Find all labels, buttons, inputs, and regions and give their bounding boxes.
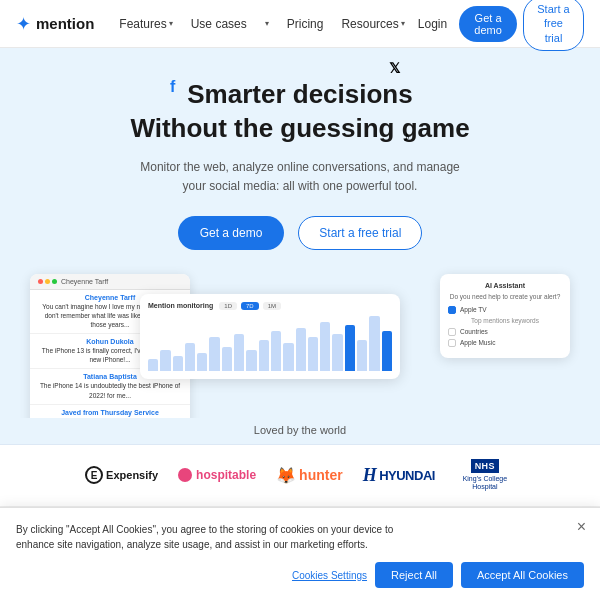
cookie-banner: × By clicking "Accept All Cookies", you … [0, 507, 600, 600]
chevron-down-icon: ▾ [169, 19, 173, 28]
chart-bar [173, 356, 183, 371]
assistant-title: AI Assistant [448, 282, 562, 289]
chart-bar [332, 334, 342, 371]
tiktok-icon: ♪ [403, 128, 410, 144]
chart-bar [234, 334, 244, 371]
cookie-settings-link[interactable]: Cookies Settings [292, 570, 367, 581]
chart-bar [271, 331, 281, 371]
chart-title: Mention monitoring [148, 302, 213, 309]
chart-bar [197, 353, 207, 371]
window-dots [38, 279, 57, 284]
chart-tab-1d[interactable]: 1D [219, 302, 237, 310]
hero-title: Smarter decisions Without the guessing g… [20, 78, 580, 146]
nav-actions: Login Get a demo Start a free trial [412, 0, 584, 51]
expand-dot [52, 279, 57, 284]
assistant-mockup: AI Assistant Do you need help to create … [440, 274, 570, 358]
chevron-down-icon: ▾ [265, 19, 269, 28]
cookie-close-button[interactable]: × [577, 518, 586, 536]
hero-subtitle: Monitor the web, analyze online conversa… [140, 158, 460, 196]
logo-text: mention [36, 15, 94, 32]
brand-expensify: E Expensify [85, 466, 158, 484]
assistant-subtitle: Do you need help to create your alert? [448, 293, 562, 300]
top-mentions-label: Top mentions keywords [448, 317, 562, 324]
nav-resources[interactable]: Resources ▾ [334, 13, 411, 35]
chart-tab-1m[interactable]: 1M [263, 302, 281, 310]
chart-bar [160, 350, 170, 371]
hero-demo-button[interactable]: Get a demo [178, 216, 285, 250]
assist-item-3: Apple Music [448, 339, 562, 347]
chart-bar [296, 328, 306, 371]
chat-header: Cheyenne Tarff [30, 274, 190, 290]
chart-bar [185, 343, 195, 371]
brand-hunter: 🦊 hunter [276, 466, 343, 485]
chart-bar [345, 325, 355, 371]
chart-bar [308, 337, 318, 371]
chart-bar [382, 331, 392, 371]
chart-mockup: Mention monitoring 1D 7D 1M [140, 294, 400, 379]
nav-dropdown[interactable]: ▾ [258, 15, 276, 32]
nhs-logo-icon: NHS [471, 459, 500, 473]
facebook-icon: f [170, 78, 175, 96]
nav-pricing[interactable]: Pricing [280, 13, 331, 35]
login-link[interactable]: Login [412, 13, 453, 35]
start-trial-button[interactable]: Start a free trial [523, 0, 584, 51]
chart-bar [209, 337, 219, 371]
nav-links: Features ▾ Use cases ▾ Pricing Resources… [112, 13, 411, 35]
chart-bar [246, 350, 256, 371]
hero-section: 𝕏 f ♪ Smarter decisions Without the gues… [0, 48, 600, 418]
navigation: ✦ mention Features ▾ Use cases ▾ Pricing… [0, 0, 600, 48]
close-dot [38, 279, 43, 284]
chart-bar [357, 340, 367, 371]
chat-title: Cheyenne Tarff [61, 278, 108, 285]
chart-bar [320, 322, 330, 371]
brand-kings: NHS King's College Hospital [455, 459, 515, 492]
hunter-label: hunter [299, 467, 343, 483]
hyundai-logo-icon: H [363, 465, 377, 486]
cookie-text: By clicking "Accept All Cookies", you ag… [16, 522, 396, 552]
reject-cookies-button[interactable]: Reject All [375, 562, 453, 588]
brand-hospitable: hospitable [178, 468, 256, 482]
brands-row: E Expensify hospitable 🦊 hunter H HYUNDA… [0, 445, 600, 507]
chart-header: Mention monitoring 1D 7D 1M [148, 302, 392, 310]
hero-trial-button[interactable]: Start a free trial [298, 216, 422, 250]
chart-bar [259, 340, 269, 371]
chart-bar [369, 316, 379, 371]
hyundai-label: HYUNDAI [379, 468, 435, 483]
assist-item-1: Apple TV [448, 306, 562, 314]
hunter-logo-icon: 🦊 [276, 466, 296, 485]
cookie-actions: Cookies Settings Reject All Accept All C… [16, 562, 584, 588]
chart-tabs: 1D 7D 1M [219, 302, 281, 310]
checkbox-apple-music[interactable] [448, 339, 456, 347]
chat-row-4: Javed from Thursday Service I uploaded t… [30, 405, 190, 418]
accept-cookies-button[interactable]: Accept All Cookies [461, 562, 584, 588]
assist-item-2: Countries [448, 328, 562, 336]
nav-features[interactable]: Features ▾ [112, 13, 179, 35]
chevron-down-icon: ▾ [401, 19, 405, 28]
hero-mockups: Cheyenne Tarff Cheyenne Tarff You can't … [20, 274, 580, 418]
checkbox-countries[interactable] [448, 328, 456, 336]
loved-by-banner: Loved by the world [0, 418, 600, 445]
nav-use-cases[interactable]: Use cases [184, 13, 254, 35]
x-twitter-icon: 𝕏 [389, 60, 400, 76]
hospitable-label: hospitable [196, 468, 256, 482]
logo-star-icon: ✦ [16, 13, 31, 35]
kings-label: King's College Hospital [455, 475, 515, 492]
hospitable-logo-icon [178, 468, 192, 482]
brand-hyundai: H HYUNDAI [363, 465, 435, 486]
chart-bar [148, 359, 158, 371]
expensify-label: Expensify [106, 469, 158, 481]
hero-buttons: Get a demo Start a free trial [20, 216, 580, 250]
get-demo-button[interactable]: Get a demo [459, 6, 517, 42]
chart-bars [148, 316, 392, 371]
minimize-dot [45, 279, 50, 284]
chart-tab-7d[interactable]: 7D [241, 302, 259, 310]
expensify-logo-icon: E [85, 466, 103, 484]
checkbox-checked[interactable] [448, 306, 456, 314]
chart-bar [222, 347, 232, 371]
logo[interactable]: ✦ mention [16, 13, 94, 35]
chart-bar [283, 343, 293, 371]
